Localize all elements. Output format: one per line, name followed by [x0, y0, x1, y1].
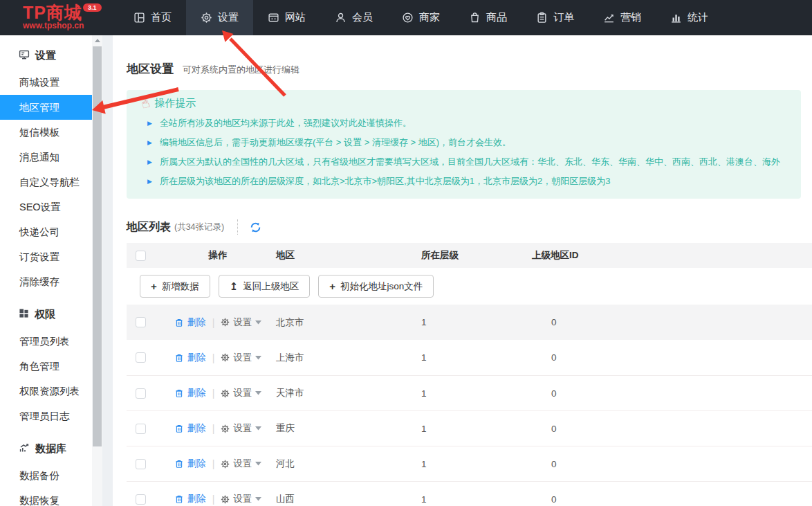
blocks-icon — [19, 308, 29, 320]
delete-action[interactable]: 删除 — [174, 422, 206, 435]
brand-url: www.tpshop.cn — [23, 21, 119, 30]
delete-action[interactable]: 删除 — [174, 387, 206, 399]
nav-label: 首页 — [151, 11, 172, 24]
gear-icon — [221, 495, 230, 504]
page-title: 地区设置 — [127, 61, 174, 77]
sidebar-item-region-management[interactable]: 地区管理 — [0, 95, 92, 120]
sidebar-group-label: 数据库 — [35, 442, 66, 455]
delete-action[interactable]: 删除 — [174, 352, 206, 364]
refresh-button[interactable] — [250, 222, 261, 233]
region-cell: 重庆 — [276, 422, 421, 435]
chevron-down-icon — [255, 320, 261, 325]
settings-action[interactable]: 设置 — [221, 422, 261, 435]
row-checkbox[interactable] — [136, 424, 146, 434]
trash-icon — [174, 318, 184, 327]
nav-item-settings[interactable]: 设置 — [186, 0, 253, 35]
tip-text: 全站所有涉及的地区均来源于此处，强烈建议对此处谨慎操作。 — [160, 117, 412, 129]
sidebar-item-mall-settings[interactable]: 商城设置 — [0, 70, 92, 95]
delete-action[interactable]: 删除 — [174, 316, 206, 329]
tip-item: ▶ 所在层级为该地区的所在的层级深度，如北京>北京市>朝阳区,其中北京层级为1，… — [141, 175, 794, 188]
record-count: (共34张记录) — [174, 222, 224, 233]
gear-icon — [221, 318, 230, 327]
tip-text: 所属大区为默认的全国性的几大区域，只有省级地区才需要填写大区域，目前全国几大区域… — [160, 156, 780, 168]
sidebar-item-data-restore[interactable]: 数据恢复 — [0, 488, 92, 506]
settings-action[interactable]: 设置 — [221, 387, 261, 399]
settings-action[interactable]: 设置 — [221, 316, 261, 329]
merchant-badge-icon — [402, 12, 414, 24]
sidebar-group-label: 权限 — [35, 308, 55, 321]
row-checkbox[interactable] — [136, 352, 146, 363]
level-up-icon: ↥ — [230, 281, 239, 291]
monitor-icon — [19, 49, 30, 62]
nav-item-products[interactable]: 商品 — [454, 0, 522, 35]
row-checkbox[interactable] — [136, 494, 146, 505]
chevron-down-icon — [255, 462, 261, 466]
nav-item-statistics[interactable]: 统计 — [656, 0, 723, 35]
delete-action[interactable]: 删除 — [174, 493, 206, 505]
select-all-checkbox[interactable] — [136, 251, 146, 261]
nav-item-merchants[interactable]: 商家 — [387, 0, 454, 35]
row-checkbox[interactable] — [136, 317, 146, 327]
settings-action[interactable]: 设置 — [221, 352, 261, 364]
settings-action[interactable]: 设置 — [221, 493, 261, 505]
tip-text: 所在层级为该地区的所在的层级深度，如北京>北京市>朝阳区,其中北京层级为1，北京… — [160, 175, 611, 188]
gear-icon — [201, 12, 212, 24]
table-toolbar: + 新增数据 ↥ 返回上级地区 + 初始化地址json文件 — [127, 268, 812, 305]
gear-icon — [221, 424, 230, 433]
nav-label: 网站 — [285, 11, 306, 24]
sidebar-item-data-backup[interactable]: 数据备份 — [0, 463, 92, 488]
sidebar-item-message-notice[interactable]: 消息通知 — [0, 145, 92, 170]
sidebar-group-permissions[interactable]: 权限 — [0, 300, 92, 329]
sidebar-item-permission-resources[interactable]: 权限资源列表 — [0, 379, 92, 404]
tips-title: 操作提示 — [154, 97, 196, 110]
nav-item-members[interactable]: 会员 — [320, 0, 387, 35]
sidebar-scrollbar[interactable] — [92, 35, 102, 506]
divider — [237, 219, 238, 235]
sidebar-item-custom-nav[interactable]: 自定义导航栏 — [0, 170, 92, 195]
sidebar-item-admin-list[interactable]: 管理员列表 — [0, 329, 92, 354]
row-checkbox[interactable] — [136, 459, 146, 469]
brand-logo[interactable]: TP商城 3.1 www.tpshop.cn — [0, 0, 119, 35]
sidebar-group-label: 设置 — [35, 49, 56, 62]
settings-action[interactable]: 设置 — [221, 458, 261, 470]
sidebar-item-order-settings[interactable]: 订货设置 — [0, 244, 92, 269]
nav-item-orders[interactable]: 订单 — [522, 0, 589, 35]
nav-item-home[interactable]: 首页 — [119, 0, 186, 35]
sidebar-item-role-management[interactable]: 角色管理 — [0, 354, 92, 379]
sidebar-item-clear-cache[interactable]: 清除缓存 — [0, 269, 92, 294]
row-checkbox[interactable] — [136, 388, 146, 399]
admin-app: TP商城 3.1 www.tpshop.cn 首页 设置 网站 会员 — [0, 0, 812, 506]
scrollbar-thumb[interactable] — [93, 46, 102, 446]
gear-icon — [221, 460, 230, 469]
delete-action[interactable]: 删除 — [174, 458, 206, 470]
table-header-row: 操作 地区 所在层级 上级地区ID — [127, 243, 812, 268]
bullet-icon: ▶ — [147, 175, 152, 188]
back-to-parent-button[interactable]: ↥ 返回上级地区 — [219, 275, 311, 298]
plus-icon: + — [151, 281, 157, 291]
level-cell: 1 — [421, 352, 532, 363]
nav-item-website[interactable]: 网站 — [253, 0, 320, 35]
level-cell: 1 — [421, 424, 532, 434]
sidebar-item-sms-template[interactable]: 短信模板 — [0, 120, 92, 145]
sidebar-item-admin-log[interactable]: 管理员日志 — [0, 404, 92, 428]
nav-item-marketing[interactable]: 营销 — [589, 0, 656, 35]
scroll-up-icon[interactable] — [95, 39, 100, 42]
column-header-region: 地区 — [276, 249, 421, 262]
nav-label: 设置 — [218, 11, 239, 24]
trash-icon — [174, 353, 184, 363]
dashboard-icon — [133, 12, 145, 24]
region-cell: 天津市 — [276, 387, 421, 399]
table-row: 删除 | 设置 山西 1 0 — [127, 481, 812, 506]
sidebar-item-seo-settings[interactable]: SEO设置 — [0, 195, 92, 219]
parent-id-cell: 0 — [532, 317, 812, 327]
sidebar-item-express-company[interactable]: 快递公司 — [0, 219, 92, 244]
region-cell: 上海市 — [276, 352, 421, 364]
sidebar-group-database[interactable]: 数据库 — [0, 434, 92, 463]
init-json-button[interactable]: + 初始化地址json文件 — [318, 275, 434, 298]
level-cell: 1 — [421, 494, 532, 505]
sidebar-group-settings[interactable]: 设置 — [0, 41, 92, 70]
add-data-button[interactable]: + 新增数据 — [140, 275, 210, 298]
bullet-icon: ▶ — [147, 156, 152, 168]
parent-id-cell: 0 — [532, 459, 812, 469]
bullet-icon: ▶ — [147, 136, 152, 149]
